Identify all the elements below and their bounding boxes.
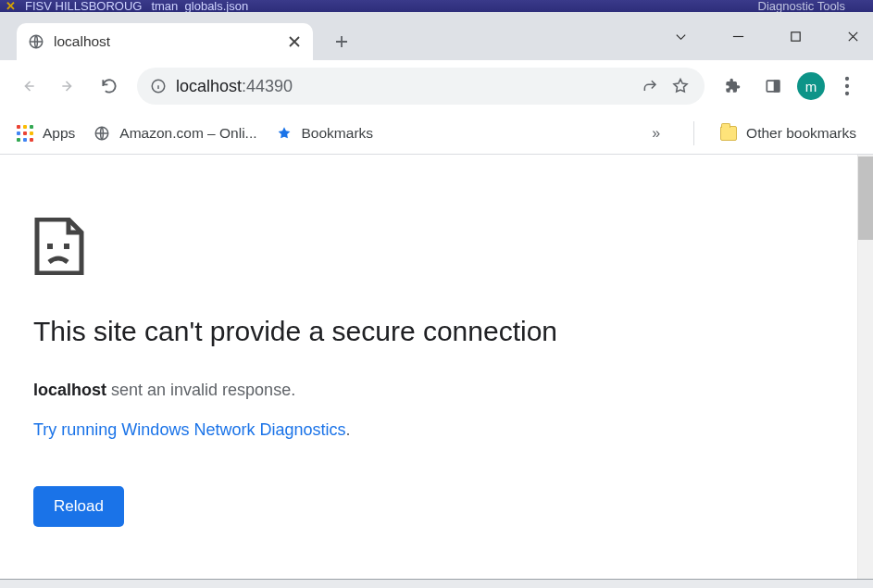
folder-icon bbox=[720, 126, 737, 141]
bookmark-star-button[interactable] bbox=[669, 75, 692, 97]
svg-point-7 bbox=[845, 92, 849, 95]
menu-button[interactable] bbox=[832, 71, 862, 101]
minimize-button[interactable] bbox=[725, 23, 751, 49]
browser-tab[interactable]: localhost bbox=[17, 23, 313, 60]
globe-icon bbox=[28, 33, 44, 50]
error-message-rest: sent an invalid response. bbox=[106, 381, 295, 399]
sad-page-icon bbox=[33, 218, 85, 275]
avatar-letter: m bbox=[805, 79, 817, 94]
close-window-button[interactable] bbox=[840, 23, 866, 49]
chevron-down-icon bbox=[674, 30, 688, 44]
apps-icon bbox=[17, 125, 33, 142]
globe-icon bbox=[94, 125, 110, 142]
panel-icon bbox=[764, 77, 782, 95]
error-host: localhost bbox=[33, 381, 106, 399]
reload-page-button[interactable]: Reload bbox=[33, 486, 124, 527]
close-icon bbox=[846, 30, 860, 44]
tab-strip: localhost bbox=[0, 12, 873, 60]
bookmark-bookmarks[interactable]: Bookmarks bbox=[276, 125, 374, 142]
maximize-icon bbox=[789, 30, 803, 44]
new-tab-button[interactable] bbox=[326, 26, 357, 57]
vs-diagnostic-tools: Diagnostic Tools bbox=[758, 0, 873, 12]
extensions-button[interactable] bbox=[716, 69, 749, 103]
puzzle-icon bbox=[723, 77, 742, 95]
arrow-left-icon bbox=[19, 77, 37, 95]
apps-label: Apps bbox=[43, 125, 75, 142]
close-tab-icon[interactable] bbox=[287, 34, 302, 49]
vs-close-icon: ✕ bbox=[6, 0, 16, 12]
info-icon[interactable] bbox=[150, 78, 167, 94]
svg-rect-4 bbox=[775, 81, 779, 92]
apps-shortcut[interactable]: Apps bbox=[17, 125, 75, 142]
svg-rect-1 bbox=[791, 31, 799, 40]
forward-button[interactable] bbox=[52, 69, 85, 103]
back-button[interactable] bbox=[11, 69, 44, 103]
vertical-scrollbar[interactable] bbox=[857, 155, 873, 587]
bookmarks-bar: Apps Amazon.com – Onli... Bookmarks » Ot… bbox=[0, 112, 873, 155]
vs-title-fragment: FISV HILLSBOROUG bbox=[25, 0, 142, 12]
background-window-titlebar: ✕ FISV HILLSBOROUG tman_globals.json Dia… bbox=[0, 0, 873, 12]
bookmarks-overflow-button[interactable]: » bbox=[644, 125, 667, 142]
url-port: :44390 bbox=[242, 77, 293, 96]
svg-rect-9 bbox=[47, 244, 53, 249]
share-button[interactable] bbox=[640, 75, 662, 97]
period: . bbox=[345, 420, 350, 439]
error-message: localhost sent an invalid response. bbox=[33, 381, 648, 400]
reload-button[interactable] bbox=[93, 69, 126, 103]
share-icon bbox=[642, 77, 660, 95]
profile-avatar[interactable]: m bbox=[797, 72, 825, 100]
star-icon bbox=[671, 77, 690, 95]
error-title: This site can't provide a secure connect… bbox=[33, 316, 648, 347]
url-text: localhost:44390 bbox=[176, 77, 293, 96]
bookmark-label: Amazon.com – Onli... bbox=[119, 125, 256, 142]
maximize-button[interactable] bbox=[782, 23, 808, 49]
svg-point-6 bbox=[845, 84, 849, 88]
arrow-right-icon bbox=[59, 77, 78, 95]
svg-point-5 bbox=[845, 77, 849, 81]
diagnostics-link[interactable]: Try running Windows Network Diagnostics bbox=[33, 420, 345, 439]
kebab-icon bbox=[832, 71, 862, 101]
bookmark-label: Bookmarks bbox=[302, 125, 374, 142]
url-host: localhost bbox=[176, 77, 242, 96]
toolbar: localhost:44390 m bbox=[0, 60, 873, 112]
side-panel-button[interactable] bbox=[756, 69, 790, 103]
plus-icon bbox=[334, 34, 349, 49]
minimize-icon bbox=[731, 30, 745, 44]
page-content: This site can't provide a secure connect… bbox=[0, 155, 873, 587]
svg-rect-10 bbox=[64, 244, 69, 249]
tab-search-button[interactable] bbox=[667, 23, 693, 49]
vs-title-fragment: tman_globals.json bbox=[151, 0, 248, 12]
other-bookmarks-button[interactable]: Other bookmarks bbox=[720, 125, 856, 142]
separator bbox=[693, 121, 694, 145]
background-window-sliver bbox=[0, 579, 873, 588]
reload-icon bbox=[100, 77, 118, 95]
bookmark-amazon[interactable]: Amazon.com – Onli... bbox=[94, 125, 256, 142]
address-bar[interactable]: localhost:44390 bbox=[137, 68, 705, 105]
scrollbar-thumb[interactable] bbox=[858, 156, 873, 240]
tab-title: localhost bbox=[54, 33, 110, 50]
other-bookmarks-label: Other bookmarks bbox=[746, 125, 856, 142]
star-icon bbox=[276, 125, 293, 142]
